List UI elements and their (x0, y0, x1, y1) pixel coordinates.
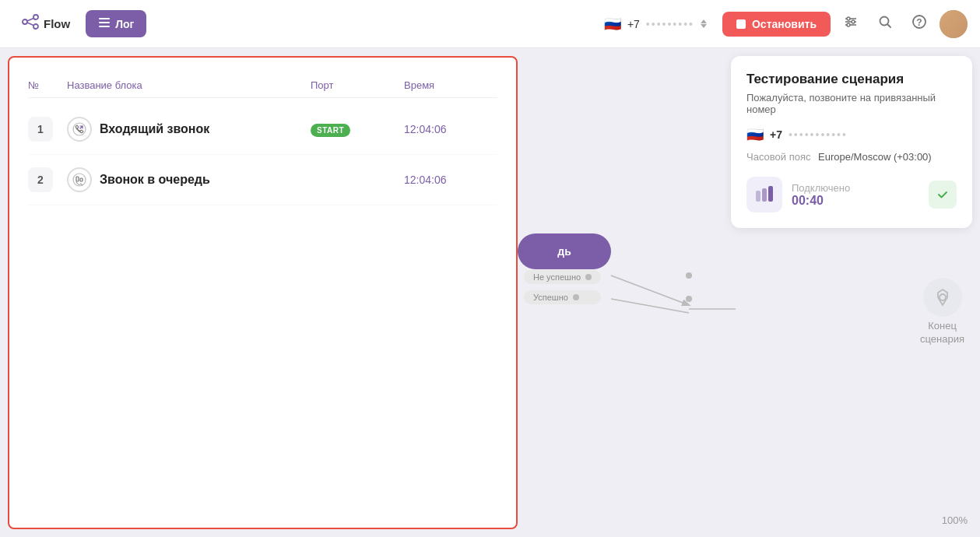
svg-rect-28 (756, 191, 760, 202)
phone-section: 🇷🇺 +7 ••••••••• (604, 16, 707, 33)
log-button[interactable]: Лог (86, 10, 146, 37)
log-table: № Название блока Порт Время 1 Вход (9, 58, 516, 221)
svg-point-11 (847, 17, 850, 20)
col-time: Время (404, 79, 497, 91)
success-badge: Успешно (524, 290, 601, 304)
queue-node[interactable]: дь (518, 233, 611, 269)
sliders-icon (843, 14, 859, 33)
connected-label: Подключено (792, 182, 850, 194)
flow-label: Flow (44, 17, 70, 30)
svg-rect-21 (80, 178, 83, 181)
question-icon: ? (912, 14, 927, 33)
panel-title: Тестирование сценария (746, 72, 957, 87)
stop-button[interactable]: Остановить (722, 12, 831, 37)
timezone-value: Europe/Moscow (+03:00) (818, 151, 932, 163)
panel-subtitle: Пожалуйста, позвоните на привязанный ном… (746, 92, 957, 115)
stop-icon (736, 19, 746, 29)
settings-icon-button[interactable] (837, 10, 865, 38)
svg-point-27 (940, 294, 946, 300)
svg-point-25 (686, 272, 692, 279)
svg-rect-20 (76, 177, 79, 181)
svg-point-12 (852, 20, 855, 23)
log-table-header: № Название блока Порт Время (28, 73, 497, 98)
phone-number-display: ••••••••• (646, 18, 694, 30)
svg-point-14 (880, 17, 889, 26)
svg-rect-31 (936, 188, 950, 202)
top-navigation: Flow Лог 🇷🇺 +7 ••••••••• Остановить (0, 0, 980, 48)
row-1-port: START (311, 122, 404, 136)
table-row: 1 Входящий звонок START 12:04:06 (28, 104, 497, 155)
svg-rect-29 (762, 188, 767, 202)
svg-line-4 (27, 23, 33, 26)
panel-phone-row: 🇷🇺 +7 ••••••••••• (746, 126, 957, 143)
svg-point-13 (847, 23, 850, 26)
connection-info: Подключено 00:40 (792, 182, 850, 208)
col-num: № (28, 79, 67, 91)
queue-node-label: дь (557, 245, 571, 258)
flow-button[interactable]: Flow (12, 9, 79, 39)
svg-point-19 (73, 174, 86, 186)
svg-point-0 (23, 19, 27, 24)
dot-icon (573, 294, 579, 300)
svg-rect-30 (768, 186, 773, 202)
phone-selector-arrows[interactable] (701, 19, 707, 28)
log-label: Лог (115, 18, 134, 30)
search-icon-button[interactable] (871, 10, 899, 38)
row-block-name: Входящий звонок (67, 117, 311, 142)
row-2-name: Звонок в очередь (100, 173, 210, 187)
end-node-label: Конец сценария (920, 320, 964, 346)
svg-point-26 (686, 296, 692, 302)
col-block-name: Название блока (67, 79, 311, 91)
start-badge: START (311, 124, 350, 137)
table-row: 2 Звонок в очередь 12:04:06 (28, 155, 497, 205)
panel-flag-icon: 🇷🇺 (746, 126, 764, 143)
end-node-icon (923, 278, 962, 317)
flow-network-icon (22, 13, 39, 34)
incoming-call-icon (67, 117, 92, 142)
end-scenario-node[interactable]: Конец сценария (920, 278, 964, 346)
connection-status-row: Подключено 00:40 (746, 177, 957, 212)
svg-line-15 (888, 25, 891, 28)
svg-point-1 (33, 15, 38, 19)
timezone-label: Часовой пояс (746, 151, 810, 163)
success-label: Успешно (533, 293, 568, 302)
dot-icon (585, 274, 592, 280)
russia-flag-icon: 🇷🇺 (604, 16, 621, 33)
phone-prefix: +7 (627, 18, 640, 30)
not-success-badge: Не успешно (524, 270, 601, 284)
row-2-time: 12:04:06 (404, 174, 497, 186)
row-1-time: 12:04:06 (404, 123, 497, 135)
help-icon-button[interactable]: ? (905, 10, 933, 38)
testing-panel: Тестирование сценария Пожалуйста, позвон… (731, 56, 972, 228)
row-1-name: Входящий звонок (100, 122, 209, 136)
timezone-row: Часовой пояс Europe/Moscow (+03:00) (746, 151, 957, 163)
svg-rect-6 (99, 22, 110, 23)
log-panel: № Название блока Порт Время 1 Вход (8, 56, 518, 529)
svg-text:?: ? (916, 17, 922, 28)
svg-point-2 (33, 24, 38, 29)
svg-line-22 (611, 276, 689, 305)
svg-line-23 (611, 299, 689, 313)
not-success-label: Не успешно (533, 272, 581, 282)
user-avatar[interactable] (940, 10, 968, 38)
stop-label: Остановить (752, 18, 817, 30)
svg-point-18 (73, 123, 86, 135)
col-port: Порт (311, 79, 404, 91)
connection-icon (746, 177, 782, 212)
connection-check-icon (929, 181, 957, 209)
row-number: 1 (28, 117, 53, 142)
search-icon (877, 14, 893, 33)
panel-phone-prefix: +7 (770, 128, 782, 141)
svg-line-3 (27, 19, 33, 22)
connected-time: 00:40 (792, 194, 850, 208)
main-canvas-area: № Название блока Порт Время 1 Вход (0, 48, 980, 537)
flow-canvas: дь Не успешно Успешно (518, 48, 980, 537)
row-block-name: Звонок в очередь (67, 167, 311, 192)
row-number: 2 (28, 167, 53, 192)
queue-call-icon (67, 167, 92, 192)
log-icon (98, 16, 111, 31)
zoom-level: 100% (942, 514, 968, 526)
svg-rect-7 (99, 26, 110, 27)
svg-rect-5 (99, 18, 110, 19)
panel-phone-number: ••••••••••• (789, 128, 848, 141)
